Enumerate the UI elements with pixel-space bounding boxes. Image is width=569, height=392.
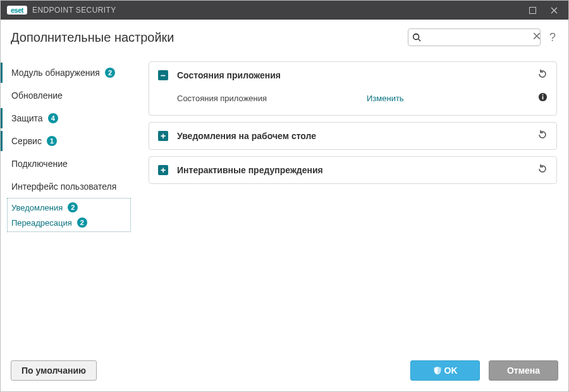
panel-reset-button[interactable] xyxy=(537,69,548,82)
count-badge: 2 xyxy=(77,217,87,228)
window-maximize-button[interactable] xyxy=(522,1,543,20)
sidebar-item-tools[interactable]: Сервис 1 xyxy=(1,131,136,151)
titlebar: eset ENDPOINT SECURITY xyxy=(1,1,568,20)
count-badge: 1 xyxy=(47,136,57,146)
panel-header[interactable]: – Состояния приложения xyxy=(149,62,556,89)
count-badge: 2 xyxy=(105,68,115,78)
sidebar-item-label: Интерфейс пользователя xyxy=(11,181,116,192)
ok-button[interactable]: OK xyxy=(410,360,480,381)
collapse-icon: – xyxy=(158,70,168,80)
count-badge: 2 xyxy=(68,202,78,212)
sidebar-item-label: Сервис xyxy=(11,136,42,146)
sidebar-item-label: Обновление xyxy=(11,90,63,101)
setting-label: Состояния приложения xyxy=(177,94,367,103)
content-area: – Состояния приложения Состояния приложе… xyxy=(140,50,568,356)
default-button[interactable]: По умолчанию xyxy=(11,360,97,381)
brand-logo: eset xyxy=(7,6,27,15)
svg-point-1 xyxy=(413,34,419,40)
search-clear-button[interactable] xyxy=(532,32,541,43)
svg-rect-3 xyxy=(542,96,544,99)
panel-reset-button[interactable] xyxy=(537,164,548,176)
panel-app-states: – Состояния приложения Состояния приложе… xyxy=(149,61,557,116)
setting-row: Состояния приложения Изменить xyxy=(177,89,548,107)
ok-button-label: OK xyxy=(444,365,458,376)
sidebar-item-label: Защита xyxy=(11,113,43,123)
app-title: ENDPOINT SECURITY xyxy=(32,6,116,15)
edit-link[interactable]: Изменить xyxy=(367,94,404,103)
shield-icon xyxy=(433,366,442,375)
svg-point-4 xyxy=(542,94,543,95)
expand-icon: + xyxy=(158,131,168,141)
panel-body: Состояния приложения Изменить xyxy=(149,89,556,115)
square-icon xyxy=(529,7,536,14)
sidebar-item-label: Подключение xyxy=(11,159,68,169)
svg-rect-0 xyxy=(529,7,535,13)
panel-desktop-notifications: + Уведомления на рабочем столе xyxy=(149,122,557,150)
sidebar: Модуль обнаружения 2 Обновление Защита 4… xyxy=(1,50,140,356)
close-icon xyxy=(532,32,541,40)
panel-title: Состояния приложения xyxy=(177,70,537,80)
undo-icon xyxy=(537,164,548,174)
sidebar-item-label: Модуль обнаружения xyxy=(11,68,100,78)
header-row: Дополнительные настройки ? xyxy=(1,20,568,50)
undo-icon xyxy=(537,69,548,79)
sidebar-item-protection[interactable]: Защита 4 xyxy=(1,108,136,128)
cancel-button[interactable]: Отмена xyxy=(489,360,558,381)
info-icon xyxy=(538,92,548,102)
panel-header[interactable]: + Уведомления на рабочем столе xyxy=(149,123,556,149)
info-button[interactable] xyxy=(538,92,548,104)
undo-icon xyxy=(537,130,548,140)
sidebar-sub-notifications[interactable]: Уведомления 2 xyxy=(8,200,130,215)
panel-title: Интерактивные предупреждения xyxy=(177,165,537,175)
sidebar-item-label: Переадресация xyxy=(11,218,72,228)
sidebar-item-connection[interactable]: Подключение xyxy=(1,154,136,174)
help-button[interactable]: ? xyxy=(547,31,558,44)
search-box[interactable] xyxy=(408,28,541,46)
expand-icon: + xyxy=(158,165,168,175)
window-close-button[interactable] xyxy=(543,1,565,20)
count-badge: 4 xyxy=(48,113,58,123)
sidebar-item-ui[interactable]: Интерфейс пользователя xyxy=(1,176,136,197)
app-window: eset ENDPOINT SECURITY Дополнительные на… xyxy=(0,0,569,392)
page-title: Дополнительные настройки xyxy=(11,30,408,45)
search-icon xyxy=(412,33,421,42)
panel-interactive-alerts: + Интерактивные предупреждения xyxy=(149,156,557,184)
panel-title: Уведомления на рабочем столе xyxy=(177,131,537,141)
sidebar-subsection: Уведомления 2 Переадресация 2 xyxy=(7,198,131,232)
footer: По умолчанию OK Отмена xyxy=(1,356,568,391)
sidebar-item-label: Уведомления xyxy=(11,203,63,212)
search-input[interactable] xyxy=(424,33,530,42)
sidebar-item-detection[interactable]: Модуль обнаружения 2 xyxy=(1,63,136,83)
panel-reset-button[interactable] xyxy=(537,130,548,142)
sidebar-item-update[interactable]: Обновление xyxy=(1,85,136,106)
close-icon xyxy=(551,7,558,14)
sidebar-sub-forwarding[interactable]: Переадресация 2 xyxy=(8,215,130,230)
panel-header[interactable]: + Интерактивные предупреждения xyxy=(149,157,556,183)
